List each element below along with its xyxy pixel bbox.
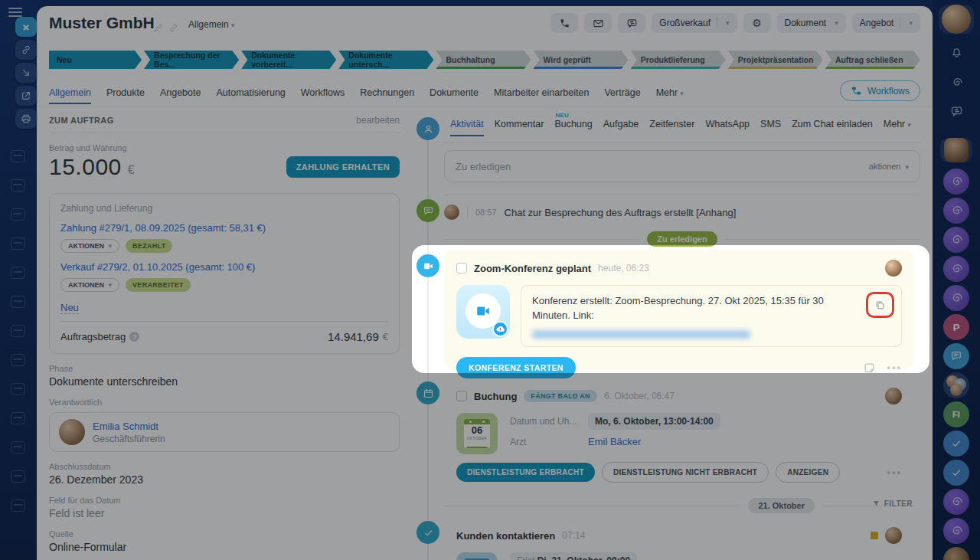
offer-dropdown[interactable]: Angebot▾ <box>852 13 920 33</box>
user-avatar[interactable] <box>940 138 972 162</box>
context-dropdown[interactable]: Allgemein▾ <box>188 19 234 30</box>
actions-dropdown[interactable]: aktionen ▾ <box>869 162 909 171</box>
sidebar-nav-icon[interactable] <box>11 499 25 512</box>
integration-spiral-icon[interactable] <box>943 489 969 515</box>
sidebar-nav-icon[interactable] <box>11 325 25 337</box>
sale-type-dropdown[interactable]: Großverkauf▾ <box>652 13 737 33</box>
more-icon[interactable] <box>887 467 902 478</box>
notifications-icon[interactable] <box>943 40 969 66</box>
sidebar-nav-icon[interactable] <box>11 354 25 366</box>
amount-value[interactable]: 15.000 <box>49 154 122 180</box>
actions-dropdown[interactable]: AKTIONEN ▾ <box>60 278 119 292</box>
chat-sync-icon[interactable] <box>943 98 969 124</box>
print-button[interactable] <box>15 109 37 129</box>
settings-button[interactable]: ⚙ <box>743 13 771 33</box>
tab-allgemein[interactable]: Allgemein <box>49 87 91 98</box>
actions-dropdown[interactable]: AKTIONEN ▾ <box>60 239 119 253</box>
tab-produkte[interactable]: Produkte <box>106 87 145 98</box>
user-avatar[interactable] <box>943 547 969 560</box>
call-button[interactable] <box>550 13 578 33</box>
integration-spiral-icon[interactable] <box>943 169 969 195</box>
booking-datetime[interactable]: Mo, 6. Oktober, 13:00-14:00 <box>588 413 720 430</box>
chat-integration-icon[interactable] <box>943 343 969 369</box>
feed-tab-sms[interactable]: SMS <box>760 119 781 129</box>
calendar-widget[interactable]: 21 <box>456 552 498 560</box>
pipeline-stage[interactable]: Buchhaltung <box>436 51 531 69</box>
pipeline-stage[interactable]: Projektpräsentation <box>728 51 823 69</box>
service-not-done-button[interactable]: DIENSTLEISTUNG NICHT ERBRACHT <box>602 462 769 483</box>
sidebar-nav-icon[interactable] <box>11 267 25 279</box>
feed-tab-aufgabe[interactable]: Aufgabe <box>603 119 639 129</box>
pipeline-stage[interactable]: Dokumente vorbereit... <box>241 51 336 69</box>
document-dropdown[interactable]: Dokument▾ <box>777 13 846 33</box>
pipeline-stage[interactable]: Neu <box>49 51 142 69</box>
tab-angebote[interactable]: Angebote <box>160 87 201 98</box>
sidebar-nav-icon[interactable] <box>11 441 25 454</box>
payment-link[interactable]: Verkauf #279/2, 01.10.2025 (gesamt: 100 … <box>60 261 388 273</box>
start-conference-button[interactable]: KONFERENZ STARTEN <box>456 357 576 378</box>
profile-avatar[interactable] <box>939 5 974 34</box>
pipeline-stage[interactable]: Dokumente untersch... <box>338 51 433 69</box>
checkbox[interactable] <box>456 391 467 401</box>
feed-tab-whatsapp[interactable]: WhatsApp <box>705 119 750 129</box>
payment-link[interactable]: Zahlung #279/1, 08.09.2025 (gesamt: 58,3… <box>60 222 388 234</box>
contact-link[interactable]: Emil Bäcker <box>588 436 641 447</box>
integration-spiral-icon[interactable] <box>943 227 969 253</box>
chat-sync-button[interactable] <box>618 13 645 33</box>
feed-tab-zeitfenster[interactable]: Zeitfenster <box>649 119 694 129</box>
open-external-button[interactable] <box>15 86 37 106</box>
workflows-button[interactable]: Workflows <box>840 80 920 101</box>
note-icon[interactable] <box>863 361 876 375</box>
copy-link-button[interactable] <box>15 40 37 60</box>
tab-mehr[interactable]: Mehr▾ <box>656 87 684 98</box>
link-icon[interactable] <box>168 21 178 34</box>
sidebar-nav-icon[interactable] <box>11 208 25 221</box>
meeting-link-blurred[interactable] <box>532 330 750 339</box>
responsible-card[interactable]: Emilia Schmidt Geschäftsführerin <box>49 412 400 452</box>
edit-title-icon[interactable] <box>153 21 163 34</box>
todo-status-pill[interactable]: Zu erledigen <box>647 231 717 247</box>
pipeline-stage[interactable]: Auftrag schließen <box>825 51 920 69</box>
tasks-icon[interactable] <box>943 460 969 486</box>
kommo-spiral-icon[interactable] <box>943 69 969 95</box>
sidebar-nav-icon[interactable] <box>11 412 25 424</box>
date-pill[interactable]: 21. Oktober <box>748 498 815 513</box>
sidebar-nav-icon[interactable] <box>11 150 25 162</box>
feed-tab-chat-einladen[interactable]: Zum Chat einladen <box>792 119 873 129</box>
checkbox[interactable] <box>456 263 467 273</box>
mail-button[interactable] <box>584 13 612 33</box>
integration-spiral-icon[interactable] <box>943 518 969 544</box>
payment-received-button[interactable]: ZAHLUNG ERHALTEN <box>286 156 400 178</box>
tab-rechnungen[interactable]: Rechnungen <box>360 87 414 98</box>
new-payment-link[interactable]: Neu <box>60 302 79 314</box>
feed-event[interactable]: 08:57 Chat zur Besprechung des Auftrags … <box>444 202 920 222</box>
feed-tab-aktivitaet[interactable]: Aktivität <box>450 119 484 129</box>
integration-spiral-icon[interactable] <box>943 198 969 224</box>
sidebar-nav-icon[interactable] <box>11 383 25 395</box>
share-button[interactable] <box>15 63 37 83</box>
tab-mitarbeiter[interactable]: Mitarbeiter einarbeiten <box>494 87 589 98</box>
service-done-button[interactable]: DIENSTLEISTUNG ERBRACHT <box>456 463 595 482</box>
sidebar-nav-icon[interactable] <box>11 179 25 192</box>
field-value[interactable]: Feld ist leer <box>49 507 400 519</box>
field-value[interactable]: Dokumente unterschreiben <box>49 375 400 388</box>
tab-workflows[interactable]: Workflows <box>301 87 345 98</box>
todo-input[interactable]: Zu erledigen aktionen ▾ <box>444 150 920 182</box>
sidebar-nav-icon[interactable] <box>11 237 25 250</box>
tab-dokumente[interactable]: Dokumente <box>430 87 479 98</box>
tasks-icon[interactable] <box>943 431 969 457</box>
feed-tab-kommentar[interactable]: Kommentar <box>495 119 544 129</box>
info-icon[interactable]: ? <box>129 332 139 342</box>
feed-tab-mehr[interactable]: Mehr▾ <box>884 119 911 129</box>
integration-spiral-icon[interactable] <box>943 256 969 282</box>
integration-fi-icon[interactable]: FI <box>943 401 969 427</box>
pipeline-stage[interactable]: Produktlieferung <box>631 51 726 69</box>
sidebar-nav-icon[interactable] <box>11 296 25 308</box>
field-value[interactable]: 26. Dezember 2023 <box>49 473 400 486</box>
tab-vertraege[interactable]: Verträge <box>604 87 640 98</box>
integration-p-icon[interactable]: P <box>943 314 969 340</box>
pipeline-stage[interactable]: Besprechung der Bes... <box>144 51 239 69</box>
edit-link[interactable]: bearbeiten <box>356 115 400 126</box>
integration-spiral-icon[interactable] <box>943 285 969 311</box>
calendar-widget[interactable]: 06 OKTOBER MO 13:00 <box>456 413 498 454</box>
